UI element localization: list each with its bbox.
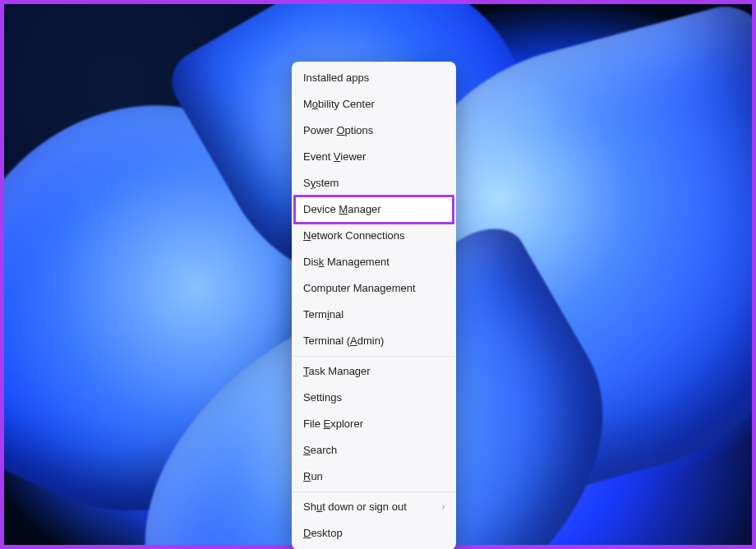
chevron-right-icon: › <box>442 494 445 520</box>
menu-item-desktop[interactable]: Desktop <box>292 520 456 547</box>
menu-item-label: Power Options <box>303 118 373 144</box>
menu-item-label: Task Manager <box>303 358 371 385</box>
menu-item-label: Mobility Center <box>303 91 375 118</box>
menu-separator <box>292 356 456 357</box>
menu-item-label: Installed apps <box>303 65 369 91</box>
menu-item-event-viewer[interactable]: Event Viewer <box>292 144 456 170</box>
menu-item-label: Device Manager <box>303 196 381 223</box>
winx-power-user-menu: Installed appsMobility CenterPower Optio… <box>292 62 456 549</box>
menu-item-network-connections[interactable]: Network Connections <box>292 223 456 249</box>
menu-item-computer-management[interactable]: Computer Management <box>292 275 456 302</box>
menu-item-label: Run <box>303 464 323 490</box>
menu-item-label: Computer Management <box>303 275 416 302</box>
menu-item-label: Terminal <box>303 302 343 328</box>
screenshot-frame: Installed appsMobility CenterPower Optio… <box>0 0 756 549</box>
menu-item-run[interactable]: Run <box>292 464 456 490</box>
menu-item-label: Terminal (Admin) <box>303 328 384 354</box>
menu-item-power-options[interactable]: Power Options <box>292 118 456 144</box>
menu-item-installed-apps[interactable]: Installed apps <box>292 65 456 91</box>
menu-item-label: Settings <box>303 385 342 411</box>
menu-item-settings[interactable]: Settings <box>292 385 456 411</box>
menu-item-label: Disk Management <box>303 249 390 275</box>
menu-item-search[interactable]: Search <box>292 437 456 464</box>
menu-item-label: Search <box>303 437 337 464</box>
menu-item-file-explorer[interactable]: File Explorer <box>292 411 456 437</box>
menu-item-shut-down-or-sign-out[interactable]: Shut down or sign out› <box>292 494 456 520</box>
menu-item-label: Shut down or sign out <box>303 494 407 520</box>
menu-item-terminal-admin[interactable]: Terminal (Admin) <box>292 328 456 354</box>
menu-item-label: Event Viewer <box>303 144 366 170</box>
menu-item-system[interactable]: System <box>292 170 456 196</box>
menu-separator <box>292 491 456 492</box>
menu-item-label: System <box>303 170 339 196</box>
menu-item-task-manager[interactable]: Task Manager <box>292 358 456 385</box>
menu-item-terminal[interactable]: Terminal <box>292 302 456 328</box>
menu-item-device-manager[interactable]: Device Manager <box>295 196 453 223</box>
menu-item-disk-management[interactable]: Disk Management <box>292 249 456 275</box>
menu-item-label: Network Connections <box>303 223 405 249</box>
menu-item-label: File Explorer <box>303 411 363 437</box>
menu-item-mobility-center[interactable]: Mobility Center <box>292 91 456 118</box>
menu-item-label: Desktop <box>303 520 343 547</box>
